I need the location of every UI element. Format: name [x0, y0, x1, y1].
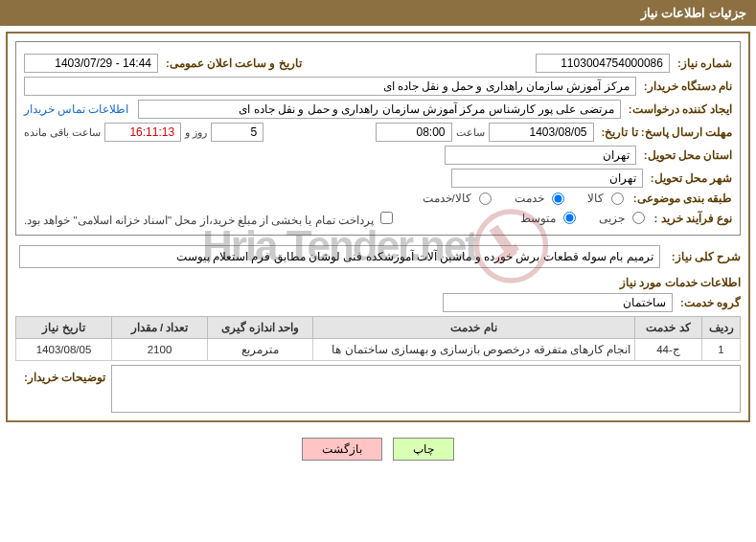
radio-goods-service[interactable]: کالا/خدمت	[423, 192, 493, 205]
row-buy-process: نوع فرآیند خرید : جزیی متوسط پرداخت تمام…	[24, 209, 732, 227]
cell-name: انجام کارهای متفرقه درخصوص بازسازی و بهس…	[313, 339, 635, 361]
row-buyer-org: نام دستگاه خریدار: مرکز آموزش سازمان راه…	[24, 77, 732, 96]
cell-idx: 1	[702, 339, 741, 361]
treasury-checkbox-input[interactable]	[380, 212, 393, 224]
services-table: ردیف کد خدمت نام خدمت واحد اندازه گیری ت…	[15, 316, 741, 361]
row-province: استان محل تحویل: تهران	[24, 146, 732, 165]
radio-goods-label: کالا	[587, 192, 604, 205]
radio-minor-input[interactable]	[632, 212, 645, 224]
row-deadline: مهلت ارسال پاسخ: تا تاریخ: 1403/08/05 سا…	[24, 123, 732, 142]
info-fieldset: شماره نیاز: 1103004754000086 تاریخ و ساع…	[15, 41, 741, 236]
radio-service-input[interactable]	[552, 192, 564, 205]
announce-value: 14:44 - 1403/07/29	[24, 54, 158, 73]
buyer-notes-box	[111, 365, 741, 413]
buyer-contact-link[interactable]: اطلاعات تماس خریدار	[24, 102, 128, 116]
service-group-label: گروه خدمت:	[676, 296, 741, 309]
th-idx: ردیف	[702, 317, 741, 339]
table-row: 1 ج-44 انجام کارهای متفرقه درخصوص بازساز…	[16, 339, 741, 361]
page-header: جزئیات اطلاعات نیاز	[0, 0, 756, 26]
cell-date: 1403/08/05	[16, 339, 112, 361]
city-value: تهران	[451, 169, 643, 188]
radio-medium-label: متوسط	[520, 212, 556, 225]
cell-code: ج-44	[635, 339, 702, 361]
services-header-row: ردیف کد خدمت نام خدمت واحد اندازه گیری ت…	[16, 317, 741, 339]
province-label: استان محل تحویل:	[640, 148, 732, 162]
buy-process-label: نوع فرآیند خرید :	[651, 212, 732, 225]
radio-goods-service-label: کالا/خدمت	[423, 192, 471, 205]
remaining-time: 16:11:13	[104, 123, 181, 142]
cell-unit: مترمربع	[208, 339, 313, 361]
print-button[interactable]: چاپ	[393, 438, 454, 461]
radio-goods-input[interactable]	[611, 192, 624, 205]
need-desc-label: شرح کلی نیاز:	[668, 250, 741, 263]
radio-minor[interactable]: جزیی	[599, 212, 647, 225]
services-thead: ردیف کد خدمت نام خدمت واحد اندازه گیری ت…	[16, 317, 741, 339]
th-date: تاریخ نیاز	[16, 317, 112, 339]
main-panel: Hria Tender.net شماره نیاز: 110300475400…	[6, 32, 750, 422]
services-info-title: اطلاعات خدمات مورد نیاز	[15, 276, 741, 289]
buyer-org-label: نام دستگاه خریدار:	[640, 79, 732, 93]
requester-label: ایجاد کننده درخواست:	[625, 102, 732, 116]
radio-medium[interactable]: متوسط	[520, 212, 578, 225]
row-need-number: شماره نیاز: 1103004754000086 تاریخ و ساع…	[24, 54, 732, 73]
remaining-days: 5	[211, 123, 263, 142]
cell-qty: 2100	[112, 339, 208, 361]
province-value: تهران	[445, 146, 636, 165]
deadline-label: مهلت ارسال پاسخ: تا تاریخ:	[598, 125, 732, 139]
row-need-desc: شرح کلی نیاز: ترمیم بام سوله قطعات برش خ…	[15, 243, 741, 270]
services-tbody: 1 ج-44 انجام کارهای متفرقه درخصوص بازساز…	[16, 339, 741, 361]
th-code: کد خدمت	[635, 317, 702, 339]
treasury-note: پرداخت تمام یا بخشی از مبلغ خرید،از محل …	[24, 215, 374, 226]
radio-service-label: خدمت	[515, 192, 544, 205]
requester-value: مرتضی علی پور کارشناس مرکز آموزش سازمان …	[138, 100, 620, 119]
page-title: جزئیات اطلاعات نیاز	[641, 6, 746, 20]
buyer-org-value: مرکز آموزش سازمان راهداری و حمل و نقل جا…	[24, 77, 636, 96]
row-requester: ایجاد کننده درخواست: مرتضی علی پور کارشن…	[24, 100, 732, 119]
need-desc-value: ترمیم بام سوله قطعات برش خورده و ماشین آ…	[19, 245, 660, 268]
radio-goods-service-input[interactable]	[479, 192, 492, 205]
city-label: شهر محل تحویل:	[647, 171, 732, 185]
radio-medium-input[interactable]	[563, 212, 576, 224]
buyer-notes-label: توضیحات خریدار:	[15, 365, 111, 384]
th-unit: واحد اندازه گیری	[208, 317, 313, 339]
remaining-suffix: ساعت باقی مانده	[24, 126, 101, 139]
deadline-time: 08:00	[376, 123, 452, 142]
row-city: شهر محل تحویل: تهران	[24, 169, 732, 188]
treasury-check[interactable]: پرداخت تمام یا بخشی از مبلغ خرید،از محل …	[24, 209, 396, 227]
row-subject-class: طبقه بندی موضوعی: کالا خدمت کالا/خدمت	[24, 192, 732, 205]
buyer-notes-row: توضیحات خریدار:	[15, 365, 741, 413]
need-number-label: شماره نیاز:	[674, 56, 732, 70]
radio-goods[interactable]: کالا	[587, 192, 626, 205]
row-service-group: گروه خدمت: ساختمان	[15, 293, 741, 312]
deadline-time-label: ساعت	[456, 126, 485, 139]
subject-class-label: طبقه بندی موضوعی:	[630, 192, 732, 205]
th-name: نام خدمت	[313, 317, 635, 339]
remaining-mid: روز و	[185, 126, 207, 139]
radio-minor-label: جزیی	[599, 212, 625, 225]
need-number-value: 1103004754000086	[536, 54, 670, 73]
button-row: چاپ بازگشت	[0, 428, 756, 470]
back-button[interactable]: بازگشت	[302, 438, 382, 461]
service-group-value: ساختمان	[443, 293, 673, 312]
announce-label: تاریخ و ساعت اعلان عمومی:	[162, 56, 302, 70]
th-qty: تعداد / مقدار	[112, 317, 208, 339]
radio-service[interactable]: خدمت	[515, 192, 566, 205]
deadline-date: 1403/08/05	[489, 123, 594, 142]
